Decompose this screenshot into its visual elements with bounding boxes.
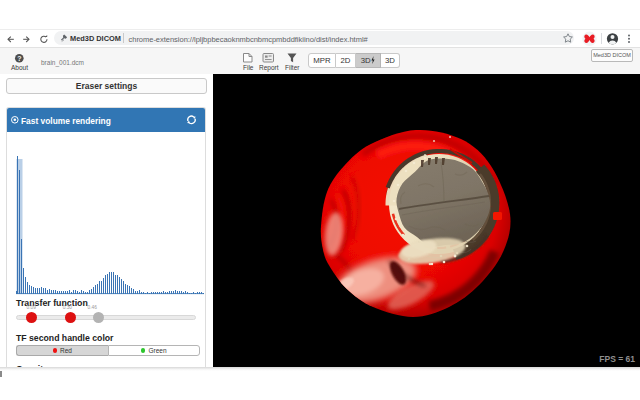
svg-text:?: ? bbox=[17, 55, 21, 62]
